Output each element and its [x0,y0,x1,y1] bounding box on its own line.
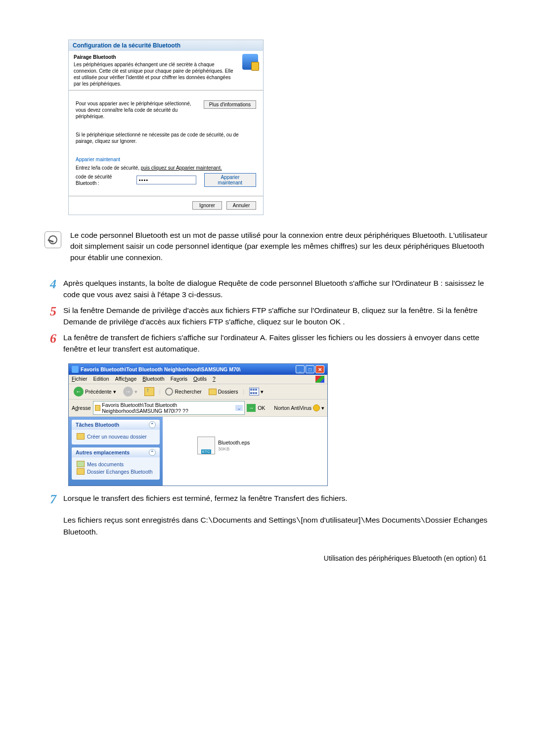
more-info-button[interactable]: Plus d'informations [204,100,256,109]
view-button[interactable]: ▾ [247,387,266,396]
close-button[interactable]: ✕ [315,365,324,373]
dialog-title: Configuration de la sécurité Bluetooth [69,40,263,51]
back-label: Précédente [85,389,112,395]
folders-label: Dossiers [218,389,238,395]
step-6: 6 La fenêtre de transfert de fichiers s'… [44,332,490,355]
file-area: ETC Bluetooth.eps 30KB [163,417,327,486]
menu-help[interactable]: ? [213,376,216,383]
tasks-panel-header[interactable]: Tâches Bluetooth ⌃ [72,420,160,430]
step-4-text: Après quelques instants, la boîte de dia… [63,278,490,300]
menu-bluetooth[interactable]: Bluetooth [142,376,164,383]
dialog-header-desc: Les périphériques appariés échangent une… [74,61,238,87]
create-folder-item[interactable]: Créer un nouveau dossier [77,433,155,440]
toolbar: ← Précédente ▾ → ▾ | Rechercher Dossiers… [69,384,327,400]
dialog-footer: Ignorer Annuler [69,196,263,215]
documents-icon [77,461,85,467]
folders-button[interactable]: Dossiers [207,388,240,396]
explorer-title-text: Favoris Bluetooth\Tout Bluetooth Neighbo… [81,366,241,372]
forward-icon: → [123,387,133,397]
step-number-4: 4 [44,278,56,300]
pair-now-link[interactable]: Apparier maintenant [76,156,256,163]
maximize-button[interactable]: □ [306,365,314,373]
view-icon [249,388,259,396]
menubar: FFichierichier Edition Affichage Bluetoo… [69,375,327,384]
places-panel: Autres emplacements ⌃ Mes documents Doss… [72,447,160,480]
go-button[interactable]: → [247,404,256,412]
file-name: Bluetooth.eps [218,440,250,446]
address-label: Adresse [72,405,91,411]
step-number-7: 7 [44,493,56,506]
code-row: code de sécurité Bluetooth : •••• Appari… [76,173,256,187]
path-part-c: [nom d'utilisateur] [301,516,360,524]
search-label: Rechercher [175,389,201,395]
explorer-body: Tâches Bluetooth ⌃ Créer un nouveau doss… [69,417,327,486]
cancel-button[interactable]: Annuler [226,201,256,210]
bluetooth-exchange-item[interactable]: Dossier Echanges Bluetooth [77,468,155,475]
step-number-5: 5 [44,305,56,327]
bluetooth-security-dialog: Configuration de la sécurité Bluetooth P… [68,40,264,215]
menu-view[interactable]: Affichage [115,376,137,383]
dropdown-icon[interactable]: ⌄ [235,405,243,411]
path-part-d: Mes Documents [365,516,421,524]
code-label: code de sécurité Bluetooth : [76,174,133,186]
places-panel-header[interactable]: Autres emplacements ⌃ [72,447,160,457]
pair-now-button[interactable]: Apparier maintenant [204,173,256,187]
instruction-text: Entrez le/la code de sécurité, [76,165,141,171]
file-item[interactable]: ETC Bluetooth.eps 30KB [197,437,250,454]
dropdown-icon: ▾ [134,389,137,395]
folder-up-icon [144,387,154,396]
menu-file[interactable]: FFichierichier [72,376,88,383]
address-input[interactable]: Favoris Bluetooth\Tout Bluetooth Neighbo… [93,401,245,415]
file-size: 30KB [218,446,250,451]
menu-tools[interactable]: Outils [193,376,207,383]
note-icon [44,231,61,248]
security-code-input[interactable]: •••• [136,176,196,184]
tasks-panel: Tâches Bluetooth ⌃ Créer un nouveau doss… [72,420,160,445]
search-button[interactable]: Rechercher [163,387,203,396]
norton-antivirus[interactable]: Norton AntiVirus ▾ [274,404,324,411]
bluetooth-lock-icon [242,54,258,70]
windows-flag-icon [315,376,324,383]
explorer-window: Favoris Bluetooth\Tout Bluetooth Neighbo… [68,363,328,486]
step-number-6: 6 [44,332,56,355]
steps-list: 4 Après quelques instants, la boîte de d… [44,278,490,355]
dropdown-icon: ▾ [261,389,264,395]
note-block: Le code personnel Bluetooth est un mot d… [44,230,490,263]
dialog-header: Pairage Bluetooth Les périphériques appa… [69,51,263,90]
folder-icon [77,433,85,440]
skip-button[interactable]: Ignorer [192,201,222,210]
dialog-header-text: Pairage Bluetooth Les périphériques appa… [74,54,238,87]
collapse-icon[interactable]: ⌃ [149,449,156,456]
tasks-panel-body: Créer un nouveau dossier [72,430,160,445]
search-icon [165,388,173,396]
bluetooth-folder-icon [95,405,101,411]
my-documents-item[interactable]: Mes documents [77,461,155,467]
minimize-button[interactable]: _ [296,365,305,373]
my-documents-label: Mes documents [87,461,124,467]
forward-button[interactable]: → ▾ [121,386,139,397]
window-controls: _ □ ✕ [296,365,324,373]
step-7-text: Lorsque le transfert des fichiers est te… [63,493,490,506]
dialog-header-title: Pairage Bluetooth [74,54,238,60]
back-icon: ← [74,387,84,397]
up-button[interactable] [142,387,156,397]
step-4: 4 Après quelques instants, la boîte de d… [44,278,490,300]
dialog-body: Pour vous apparier avec le périphérique … [69,90,263,196]
side-panel: Tâches Bluetooth ⌃ Créer un nouveau doss… [69,417,163,486]
back-button[interactable]: ← Précédente ▾ [72,386,118,397]
norton-label: Norton AntiVirus [274,405,312,411]
dropdown-icon: ▾ [321,405,324,411]
etc-tag: ETC [201,449,211,454]
collapse-icon[interactable]: ⌃ [149,421,156,428]
note-text: Le code personnel Bluetooth est un mot d… [70,230,490,263]
menu-edit[interactable]: Edition [93,376,109,383]
file-thumbnail: ETC [197,437,215,454]
step-7: 7 Lorsque le transfert des fichiers est … [44,493,490,506]
address-value: Favoris Bluetooth\Tout Bluetooth Neighbo… [102,402,234,414]
file-label: Bluetooth.eps 30KB [218,440,250,451]
menu-favorites[interactable]: Favoris [171,376,187,383]
ok-label: OK [258,405,265,411]
code-instruction: Entrez le/la code de sécurité, puis cliq… [76,165,256,171]
path-part-a: Les fichiers reçus sont enregistrés dans… [63,516,208,524]
tasks-panel-title: Tâches Bluetooth [76,422,119,428]
